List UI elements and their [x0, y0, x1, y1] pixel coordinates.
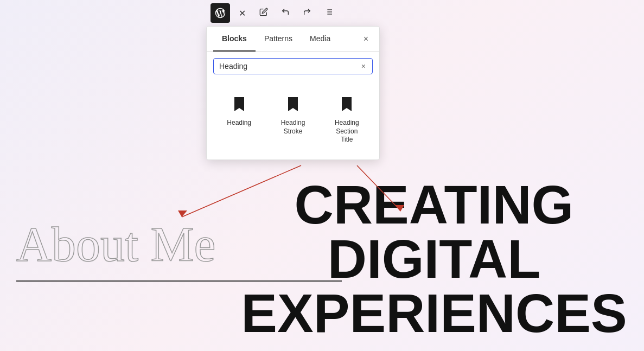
redo-button[interactable]: [297, 3, 317, 23]
wp-toolbar: ✕: [206, 0, 391, 160]
undo-button[interactable]: [276, 3, 295, 23]
bookmark-stroke-icon: [286, 96, 299, 111]
edit-button[interactable]: [254, 3, 273, 23]
pen-icon: [259, 8, 268, 18]
main-heading: CREATING DIGITAL EXPERIENCES: [239, 177, 629, 340]
search-clear-button[interactable]: ×: [360, 62, 367, 71]
about-me-heading: About Me: [16, 216, 215, 272]
tab-media[interactable]: Media: [301, 27, 339, 52]
list-icon: [324, 8, 333, 18]
heading-block-label: Heading: [227, 119, 251, 127]
close-editor-button[interactable]: ✕: [232, 3, 252, 23]
heading-section-title-block-icon: [337, 94, 356, 113]
redo-icon: [303, 8, 311, 18]
tab-patterns[interactable]: Patterns: [256, 27, 301, 52]
block-results: Heading HeadingStroke HeadingSection Tit…: [207, 79, 379, 159]
heading-stroke-block-label: HeadingStroke: [281, 119, 305, 136]
list-view-button[interactable]: [319, 3, 339, 23]
heading-block-icon: [229, 94, 249, 113]
bookmark-icon: [233, 96, 246, 111]
bookmark-section-icon: [340, 96, 353, 111]
heading-section-title-block-label: HeadingSection Title: [329, 119, 364, 144]
icon-bar: ✕: [206, 0, 343, 26]
search-box: ×: [213, 58, 373, 74]
heading-stroke-block-icon: [283, 94, 303, 113]
block-item-heading[interactable]: Heading: [218, 90, 261, 149]
close-editor-icon: ✕: [239, 8, 246, 18]
search-area: ×: [207, 52, 379, 79]
search-input[interactable]: [219, 62, 360, 71]
wp-logo[interactable]: [211, 3, 230, 23]
close-panel-button[interactable]: ×: [359, 32, 373, 46]
panel-tabs: Blocks Patterns Media ×: [207, 27, 379, 52]
block-item-heading-section-title[interactable]: HeadingSection Title: [325, 90, 368, 149]
undo-icon: [281, 8, 290, 18]
tab-blocks[interactable]: Blocks: [213, 27, 256, 52]
inserter-panel: Blocks Patterns Media × × Heading: [206, 26, 380, 160]
wp-logo-icon: [214, 7, 226, 19]
block-item-heading-stroke[interactable]: HeadingStroke: [271, 90, 315, 149]
